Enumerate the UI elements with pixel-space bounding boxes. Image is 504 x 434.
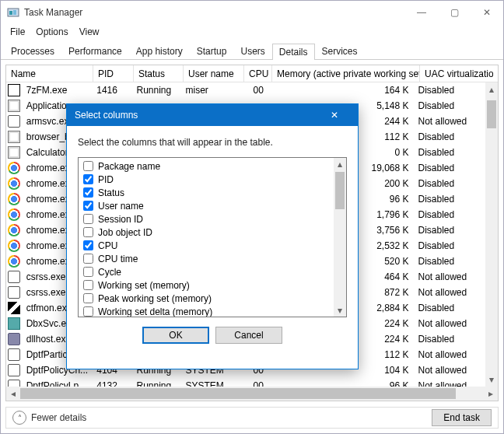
dialog-close-button[interactable]: ✕: [319, 110, 350, 121]
fewer-details-button[interactable]: ˄ Fewer details: [12, 411, 86, 425]
maximize-button[interactable]: ▢: [438, 2, 471, 23]
column-option[interactable]: Package name: [82, 159, 331, 173]
fewer-details-label: Fewer details: [31, 412, 86, 423]
column-checkbox[interactable]: [83, 306, 93, 317]
select-columns-dialog: Select columns ✕ Select the columns that…: [66, 103, 359, 369]
process-icon: [6, 380, 22, 387]
scroll-thumb[interactable]: [487, 100, 496, 128]
column-checkbox[interactable]: [83, 227, 93, 237]
list-scroll-down-icon[interactable]: ▾: [334, 304, 346, 317]
menu-view[interactable]: View: [75, 25, 104, 39]
cell-uac: Disabled: [414, 147, 485, 158]
cell-uac: Not allowed: [414, 287, 485, 298]
window-title: Task Manager: [24, 7, 405, 18]
cell-status: Running: [131, 380, 180, 387]
column-option[interactable]: User name: [82, 199, 331, 212]
tab-users[interactable]: Users: [233, 43, 271, 59]
chevron-up-icon: ˄: [12, 411, 26, 425]
column-option-label: Working set delta (memory): [98, 306, 212, 317]
col-name[interactable]: Name: [6, 65, 93, 82]
column-option[interactable]: Working set (memory): [82, 278, 331, 292]
dialog-titlebar[interactable]: Select columns ✕: [67, 104, 358, 126]
horizontal-scrollbar[interactable]: ◂ ▸: [6, 387, 498, 401]
col-memory[interactable]: Memory (active private working set): [272, 65, 420, 82]
column-option[interactable]: Peak working set (memory): [82, 292, 331, 305]
column-option-label: CPU: [98, 240, 117, 251]
column-checkbox[interactable]: [83, 214, 93, 224]
column-checkbox[interactable]: [83, 201, 93, 211]
listbox-scrollbar[interactable]: ▴ ▾: [334, 158, 346, 317]
tab-performance[interactable]: Performance: [61, 43, 129, 59]
column-option[interactable]: Session ID: [82, 212, 331, 226]
process-icon: [6, 271, 22, 283]
col-user[interactable]: User name: [184, 65, 244, 82]
cell-uac: Disabled: [414, 194, 485, 205]
cell-uac: Disabled: [414, 163, 485, 173]
column-checkbox[interactable]: [83, 240, 93, 250]
tab-services[interactable]: Services: [315, 43, 365, 59]
process-icon: [6, 131, 22, 143]
column-option[interactable]: Cycle: [82, 265, 331, 278]
column-option[interactable]: Job object ID: [82, 226, 331, 239]
column-checkbox[interactable]: [83, 293, 93, 303]
minimize-button[interactable]: —: [405, 2, 438, 23]
ok-button[interactable]: OK: [142, 327, 209, 344]
end-task-button[interactable]: End task: [432, 409, 492, 426]
process-icon: [6, 348, 22, 361]
column-option-label: Status: [98, 187, 124, 198]
menu-file[interactable]: File: [5, 25, 30, 39]
col-uac[interactable]: UAC virtualization: [420, 65, 493, 82]
column-checkbox[interactable]: [83, 187, 93, 198]
column-option[interactable]: Status: [82, 186, 331, 199]
column-option-label: PID: [98, 174, 114, 185]
cell-uac: Disabled: [414, 334, 485, 345]
titlebar[interactable]: Task Manager — ▢ ✕: [1, 1, 503, 24]
col-status[interactable]: Status: [134, 65, 184, 82]
cell-status: Running: [131, 85, 180, 96]
tab-details[interactable]: Details: [272, 44, 315, 60]
process-icon: [6, 193, 22, 205]
cell-name: 7zFM.exe: [22, 85, 93, 96]
list-scroll-thumb[interactable]: [335, 172, 345, 209]
vertical-scrollbar[interactable]: ▴ ▾: [485, 82, 498, 387]
menu-options[interactable]: Options: [31, 25, 72, 39]
hscroll-thumb[interactable]: [20, 388, 456, 399]
cell-uac: Disabled: [414, 256, 485, 267]
cell-user: SYSTEM: [181, 380, 241, 387]
tab-processes[interactable]: Processes: [4, 43, 61, 59]
column-checkbox[interactable]: [83, 174, 93, 184]
col-cpu[interactable]: CPU: [244, 65, 272, 82]
tab-startup[interactable]: Startup: [190, 43, 234, 59]
cell-uac: Disabled: [414, 100, 485, 111]
process-icon: [6, 146, 22, 159]
cancel-button[interactable]: Cancel: [215, 327, 282, 344]
scroll-down-icon[interactable]: ▾: [485, 373, 498, 387]
column-option[interactable]: CPU time: [82, 252, 331, 265]
col-pid[interactable]: PID: [93, 65, 134, 82]
column-option[interactable]: CPU: [82, 239, 331, 252]
column-checkbox[interactable]: [83, 161, 93, 171]
process-icon: [6, 224, 22, 236]
column-checkbox[interactable]: [83, 254, 93, 264]
cell-uac: Not allowed: [414, 116, 485, 127]
scroll-right-icon[interactable]: ▸: [484, 387, 498, 401]
process-icon: [6, 115, 22, 128]
table-row[interactable]: DptfPolicyLp...4132RunningSYSTEM0096 KNo…: [6, 378, 485, 387]
tab-app-history[interactable]: App history: [129, 43, 190, 59]
cell-cpu: 00: [240, 380, 268, 387]
list-scroll-up-icon[interactable]: ▴: [334, 158, 346, 170]
process-icon: [6, 302, 22, 314]
column-option-label: Session ID: [98, 214, 143, 225]
scroll-up-icon[interactable]: ▴: [485, 82, 498, 96]
close-button[interactable]: ✕: [471, 2, 503, 23]
cell-memory: 96 K: [268, 380, 414, 387]
column-option[interactable]: Working set delta (memory): [82, 305, 331, 317]
process-icon: [6, 177, 22, 190]
cell-name: DptfPolicyLp...: [22, 380, 93, 387]
column-checkbox[interactable]: [83, 280, 93, 290]
table-header: Name PID Status User name CPU Memory (ac…: [6, 65, 498, 82]
table-row[interactable]: 7zFM.exe1416Runningmiser00164 KDisabled: [6, 82, 485, 98]
column-checkbox[interactable]: [83, 267, 93, 277]
column-option[interactable]: PID: [82, 173, 331, 186]
scroll-left-icon[interactable]: ◂: [6, 387, 20, 401]
